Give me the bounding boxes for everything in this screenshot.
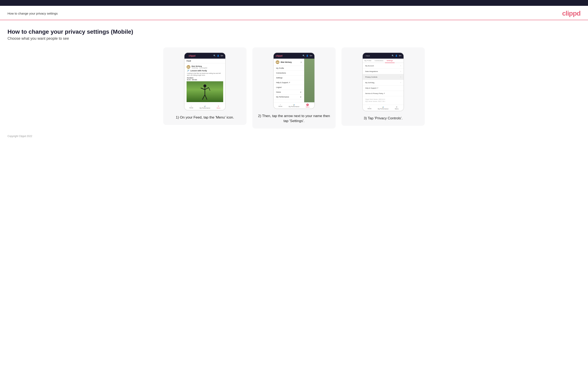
svg-line-4 <box>202 95 205 100</box>
menu-item-connections[interactable]: Connections <box>274 71 304 75</box>
tab-menu-2[interactable]: ✕ Menu <box>301 102 314 108</box>
tab-home-1[interactable]: ⌂ Home <box>184 104 198 110</box>
tab-menu-1[interactable]: ☰ Menu <box>212 104 225 110</box>
tab-performance-2[interactable]: 📊 My Performance <box>287 102 301 108</box>
menu-item-profile[interactable]: My Profile <box>274 66 304 71</box>
settings-item-privacy-controls[interactable]: Privacy Controls › <box>363 74 404 80</box>
home-icon-1: ⌂ <box>191 105 192 107</box>
settings-version: Clippd Client Version: 2022.8.3-3 GQL Se… <box>363 96 404 105</box>
menu-item-home[interactable]: Home ∨ <box>274 90 304 95</box>
phone-logo-2: clippd <box>276 54 282 57</box>
settings-item-my-account[interactable]: My Account › <box>363 63 404 69</box>
step-2-caption: 2) Then, tap the arrow next to your name… <box>256 114 332 124</box>
chevron-right-4: › <box>400 82 401 83</box>
phone-tab-bar-1: ⌂ Home 📊 My Performance ☰ Menu <box>184 104 225 110</box>
close-icon-2: ✕ <box>306 104 309 106</box>
chevron-right-3: › <box>400 76 401 78</box>
feed-description: Looking to feel like my hands are exitin… <box>187 72 223 76</box>
user-icon-1: 👤 <box>217 55 219 57</box>
step-2-card: clippd 🔍 👤 ⚙▾ <box>252 47 336 128</box>
chevron-right-2: › <box>400 70 401 72</box>
feed-user: BM Blair McHarg Yesterday · Sunningdale <box>187 65 223 69</box>
avatar-1: BM <box>187 65 190 69</box>
phone-mock-step3: < Back 🔍 👤 ⚙▾ My Profile Connections Set… <box>362 52 404 111</box>
settings-item-golf-bag[interactable]: My Golf Bag › <box>363 80 404 85</box>
feed-duration-label: Duration 01 hr : 30 min <box>187 77 223 81</box>
golf-image <box>187 81 223 102</box>
feed-lesson-title: 🎾 Lesson with Fordy <box>187 70 223 72</box>
steps-container: clippd 🔍 👤 ⚙▾ Feed BM Blair McHarg <box>8 47 580 128</box>
home-icon-2: ⌂ <box>280 104 281 105</box>
tab-settings[interactable]: Settings <box>385 59 395 63</box>
tab-connections[interactable]: Connections <box>373 59 385 63</box>
tab-home-2[interactable]: ⌂ Home <box>274 102 287 108</box>
chevron-down-icon-2: ∨ <box>300 96 302 98</box>
settings-item-data-integrations[interactable]: Data Integrations › <box>363 69 404 74</box>
settings-icon-2: ⚙▾ <box>310 55 312 57</box>
step-3-card: < Back 🔍 👤 ⚙▾ My Profile Connections Set… <box>341 47 425 126</box>
settings-item-privacy-policy[interactable]: Service & Privacy Policy ↗ <box>363 91 404 96</box>
golfer-svg <box>199 83 211 102</box>
version-server: GQL Server Version: 2022.7.30-1 <box>365 100 401 102</box>
feed-label: Feed <box>184 59 225 63</box>
menu-user-info: BM Blair McHarg <box>276 60 292 64</box>
feed-date: Yesterday · Sunningdale <box>191 67 208 69</box>
phone-mock-step2: clippd 🔍 👤 ⚙▾ <box>273 52 315 109</box>
menu-item-settings[interactable]: Settings <box>274 75 304 80</box>
menu-item-logout[interactable]: Logout <box>274 85 304 90</box>
step-3-caption: 3) Tap 'Privacy Controls'. <box>364 116 403 121</box>
phone-mock-step1: clippd 🔍 👤 ⚙▾ Feed BM Blair McHarg <box>184 52 226 110</box>
search-icon-2: 🔍 <box>303 55 305 57</box>
tab-menu-3[interactable]: ☰ Menu <box>390 105 404 111</box>
logo: clippd <box>562 9 580 17</box>
performance-icon-2: 📊 <box>293 104 295 106</box>
page-subtitle: Choose what you want people to see <box>8 36 580 41</box>
menu-icon-3: ☰ <box>396 106 397 108</box>
phone-nav-icons-2: 🔍 👤 ⚙▾ <box>303 55 312 57</box>
menu-item-help[interactable]: Help & Support ↗ <box>274 80 304 85</box>
back-label[interactable]: < Back <box>365 55 370 57</box>
phone-tab-bar-3: ⌂ Home 📊 My Performance ☰ Menu <box>363 105 404 111</box>
page-title: How to change your privacy settings (Mob… <box>8 28 580 35</box>
feed-user-info: Blair McHarg Yesterday · Sunningdale <box>191 65 208 69</box>
phone-nav-icons-1: 🔍 👤 ⚙▾ <box>213 55 223 57</box>
menu-item-performance[interactable]: My Performance ∨ <box>274 95 304 99</box>
tab-home-3[interactable]: ⌂ Home <box>363 105 376 111</box>
tab-performance-3[interactable]: 📊 My Performance <box>376 105 390 111</box>
settings-item-help[interactable]: Help & Support ↗ <box>363 85 404 91</box>
main-content: How to change your privacy settings (Mob… <box>0 20 588 128</box>
footer: Copyright Clippd 2022 <box>0 128 588 142</box>
header: How to change your privacy settings clip… <box>0 6 588 20</box>
phone-tab-bar-2: ⌂ Home 📊 My Performance ✕ Menu <box>274 102 314 108</box>
step-1-caption: 1) On your Feed, tap the 'Menu' icon. <box>176 115 234 120</box>
phone-body-2: BM Blair McHarg ∧ My Profile Connections… <box>274 59 314 102</box>
svg-point-0 <box>203 84 206 87</box>
settings-icon-1: ⚙▾ <box>221 55 223 57</box>
svg-line-5 <box>205 95 207 100</box>
home-icon-3: ⌂ <box>369 106 370 108</box>
version-client: Clippd Client Version: 2022.8.3-3 <box>365 98 401 100</box>
svg-line-2 <box>201 88 205 90</box>
menu-username: Blair McHarg <box>281 61 292 63</box>
phone-nav-icons-3: 🔍 👤 ⚙▾ <box>392 55 401 57</box>
avatar-2: BM <box>276 60 279 64</box>
header-title: How to change your privacy settings <box>8 12 58 15</box>
settings-tabs: My Profile Connections Settings <box>363 59 404 63</box>
search-icon-1: 🔍 <box>213 55 216 57</box>
menu-icon-1: ☰ <box>218 105 219 107</box>
performance-icon-3: 📊 <box>382 106 384 108</box>
user-icon-2: 👤 <box>306 55 308 57</box>
settings-icon-3: ⚙▾ <box>399 55 401 57</box>
chevron-down-icon: ∨ <box>300 91 302 93</box>
golf-bg-2 <box>304 59 314 102</box>
tab-my-profile[interactable]: My Profile <box>363 59 373 63</box>
tab-performance-1[interactable]: 📊 My Performance <box>198 104 212 110</box>
performance-icon-1: 📊 <box>204 105 206 107</box>
phone-nav-bar-2: clippd 🔍 👤 ⚙▾ <box>274 53 314 59</box>
phone-body-1: Feed BM Blair McHarg Yesterday · Sunning… <box>184 59 225 104</box>
phone-nav-bar-3: < Back 🔍 👤 ⚙▾ <box>363 53 404 59</box>
user-icon-3: 👤 <box>395 55 398 57</box>
chevron-up-icon: ∧ <box>301 61 302 63</box>
top-bar <box>0 0 588 6</box>
settings-body: My Account › Data Integrations › Privacy… <box>363 63 404 105</box>
